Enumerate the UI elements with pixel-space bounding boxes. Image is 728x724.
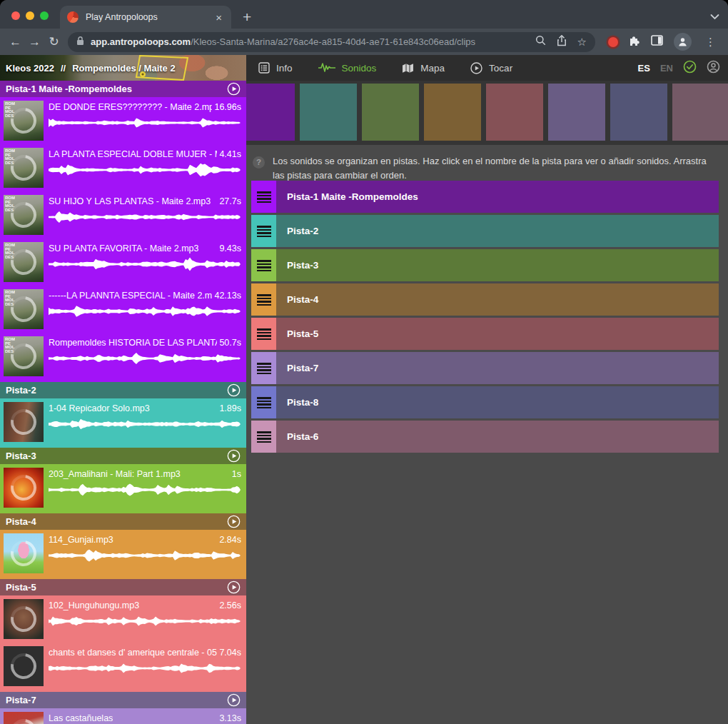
forward-button[interactable]: → bbox=[25, 36, 44, 48]
audio-clip[interactable]: 102_Hunguhungu.mp3 2.56s bbox=[0, 595, 246, 643]
extensions-puzzle-icon[interactable] bbox=[628, 34, 640, 49]
reload-button[interactable]: ↻ bbox=[44, 36, 64, 48]
drag-handle[interactable] bbox=[251, 352, 276, 384]
track-row[interactable]: Pista-4 bbox=[251, 283, 719, 316]
language-en-button[interactable]: EN bbox=[660, 63, 673, 74]
audio-clip[interactable]: ROM PE MOL DES ------LA PLANNTA ESPECIAL… bbox=[0, 286, 246, 333]
audio-clip[interactable]: ROM PE MOL DES LA PLANTA ESPECIAL DOBLE … bbox=[0, 144, 246, 191]
audio-clip[interactable]: Las castañuelas 3.13s bbox=[0, 708, 246, 724]
track-name: Pista-1 Maite -Rompemoldes bbox=[6, 84, 132, 94]
help-question-icon[interactable]: ? bbox=[253, 156, 265, 169]
drag-handle[interactable] bbox=[251, 249, 276, 281]
sync-check-icon[interactable] bbox=[683, 60, 697, 76]
window-minimize-button[interactable] bbox=[26, 11, 34, 20]
window-close-button[interactable] bbox=[11, 11, 20, 20]
browser-window: Play Antropoloops × + ← → ↻ app.antropol… bbox=[0, 0, 728, 724]
tab-search-chevron-icon[interactable] bbox=[710, 10, 719, 23]
clip-waveform bbox=[49, 659, 241, 678]
play-track-button[interactable] bbox=[227, 693, 241, 707]
zoom-icon[interactable] bbox=[535, 35, 546, 49]
audio-clip[interactable]: 203_Amalihani - Mali: Part 1.mp3 1s bbox=[0, 464, 246, 511]
track-row-body[interactable]: Pista-6 bbox=[276, 421, 719, 453]
drag-handle[interactable] bbox=[251, 215, 276, 247]
drag-handle[interactable] bbox=[251, 318, 276, 350]
back-button[interactable]: ← bbox=[6, 36, 25, 48]
loading-ring-icon bbox=[6, 648, 41, 684]
tab-sonidos[interactable]: Sonidos bbox=[318, 62, 377, 74]
audio-clip[interactable]: ROM PE MOL DES Rompemoldes HISTORIA DE L… bbox=[0, 333, 246, 380]
clip-thumbnail-label: ROM PE MOL DES bbox=[5, 243, 15, 259]
tab-mapa[interactable]: Mapa bbox=[402, 63, 445, 74]
project-map-thumbnail[interactable]: Kleos 2022 // Rompemoldes / Maite 2 bbox=[0, 55, 246, 81]
track-row-body[interactable]: Pista-2 bbox=[276, 215, 719, 247]
track-row[interactable]: Pista-5 bbox=[251, 318, 719, 350]
drag-handle-icon bbox=[257, 397, 271, 408]
clip-thumbnail-label: ROM PE MOL DES bbox=[5, 291, 15, 306]
drag-handle[interactable] bbox=[251, 283, 276, 316]
tab-tocar[interactable]: Tocar bbox=[470, 62, 512, 74]
audio-clip[interactable]: 114_Gunjai.mp3 2.84s bbox=[0, 530, 246, 577]
track-row[interactable]: Pista-1 Maite -Rompemoldes bbox=[251, 181, 719, 213]
track-row[interactable]: Pista-3 bbox=[251, 249, 719, 281]
browser-tab[interactable]: Play Antropoloops × bbox=[60, 6, 231, 29]
play-track-button[interactable] bbox=[227, 82, 241, 96]
address-bar[interactable]: app.antropoloops.com/Kleos-Santa-Marina/… bbox=[68, 32, 595, 52]
app-header: Kleos 2022 // Rompemoldes / Maite 2 Info… bbox=[0, 55, 728, 81]
clip-title: chants et danses d' amerique centrale - … bbox=[49, 648, 217, 658]
lock-icon[interactable] bbox=[76, 36, 84, 49]
track-row-body[interactable]: Pista-1 Maite -Rompemoldes bbox=[276, 181, 719, 213]
tab-strip: Play Antropoloops × + bbox=[0, 0, 728, 29]
tab-info[interactable]: Info bbox=[258, 62, 293, 74]
track-row-body[interactable]: Pista-3 bbox=[276, 249, 719, 281]
track-header[interactable]: Pista-7 bbox=[0, 692, 246, 708]
track-row[interactable]: Pista-8 bbox=[251, 386, 719, 418]
window-zoom-button[interactable] bbox=[40, 11, 49, 20]
track-row-label: Pista-4 bbox=[287, 294, 318, 305]
track-header[interactable]: Pista-1 Maite -Rompemoldes bbox=[0, 81, 246, 97]
track-row[interactable]: Pista-2 bbox=[251, 215, 719, 247]
browser-menu-icon[interactable]: ⋮ bbox=[702, 36, 719, 49]
drag-handle[interactable] bbox=[251, 421, 276, 453]
track-header[interactable]: Pista-5 bbox=[0, 579, 246, 595]
audio-clip[interactable]: ROM PE MOL DES SU HIJO Y LAS PLANTAS - M… bbox=[0, 191, 246, 238]
account-circle-icon[interactable] bbox=[707, 60, 720, 76]
clip-thumbnail: ROM PE MOL DES bbox=[4, 289, 44, 329]
side-panel-icon[interactable] bbox=[651, 35, 663, 49]
language-es-button[interactable]: ES bbox=[638, 63, 650, 74]
drag-handle[interactable] bbox=[251, 181, 276, 213]
audio-clip[interactable]: 1-04 Repicador Solo.mp3 1.89s bbox=[0, 398, 246, 446]
track-row-body[interactable]: Pista-7 bbox=[276, 352, 719, 384]
track-header[interactable]: Pista-2 bbox=[0, 382, 246, 398]
breadcrumb-project[interactable]: Kleos 2022 bbox=[6, 63, 54, 74]
track-row-body[interactable]: Pista-4 bbox=[276, 283, 719, 316]
play-track-button[interactable] bbox=[227, 515, 241, 528]
play-track-button[interactable] bbox=[227, 449, 241, 463]
loading-ring-icon bbox=[6, 714, 41, 724]
bookmark-star-icon[interactable]: ☆ bbox=[577, 36, 587, 47]
new-tab-button[interactable]: + bbox=[243, 9, 251, 24]
track-row[interactable]: Pista-7 bbox=[251, 352, 719, 384]
loading-ring-icon bbox=[6, 601, 41, 637]
drag-handle-icon bbox=[257, 294, 271, 306]
window-controls bbox=[0, 11, 60, 20]
share-icon[interactable] bbox=[557, 35, 567, 49]
play-track-button[interactable] bbox=[227, 383, 241, 397]
tab-close-icon[interactable]: × bbox=[213, 11, 224, 24]
audio-clip[interactable]: ROM PE MOL DES DE DONDE ERES???????? - M… bbox=[0, 97, 246, 144]
track-header[interactable]: Pista-4 bbox=[0, 513, 246, 530]
clip-meta: 203_Amalihani - Mali: Part 1.mp3 1s bbox=[49, 464, 241, 499]
drag-handle[interactable] bbox=[251, 386, 276, 418]
play-track-button[interactable] bbox=[227, 580, 241, 594]
track-row-body[interactable]: Pista-5 bbox=[276, 318, 719, 350]
track-row-body[interactable]: Pista-8 bbox=[276, 386, 719, 418]
clip-waveform bbox=[49, 161, 241, 179]
track-header[interactable]: Pista-3 bbox=[0, 448, 246, 464]
recording-indicator-icon[interactable] bbox=[608, 37, 618, 47]
profile-avatar[interactable] bbox=[674, 33, 692, 51]
track-row-label: Pista-3 bbox=[287, 260, 318, 271]
drag-handle-icon bbox=[257, 431, 271, 443]
track-row-label: Pista-7 bbox=[287, 363, 318, 373]
audio-clip[interactable]: ROM PE MOL DES SU PLANTA FAVORITA - Mait… bbox=[0, 238, 246, 286]
audio-clip[interactable]: chants et danses d' amerique centrale - … bbox=[0, 643, 246, 690]
track-row[interactable]: Pista-6 bbox=[251, 421, 719, 453]
